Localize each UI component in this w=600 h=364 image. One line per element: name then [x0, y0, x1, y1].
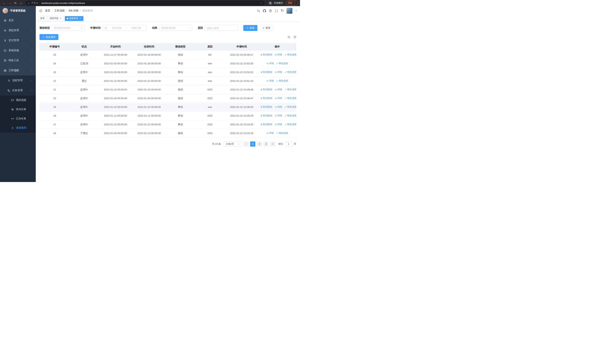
tab-process-detail[interactable]: 流程详情 × — [48, 16, 64, 21]
create-leave-button[interactable]: 发起请假 — [39, 34, 58, 40]
font-size-icon[interactable]: TT — [281, 9, 284, 12]
action-progress-link[interactable]: 审批进度 — [285, 88, 296, 91]
action-cancel-link[interactable]: 取消请假 — [260, 71, 272, 74]
sidebar-item-task-mgmt[interactable]: 任务管理 — [0, 85, 36, 95]
chevron-left-icon — [245, 143, 247, 145]
action-detail-link[interactable]: 详情 — [266, 79, 274, 83]
sidebar-item-process-mgmt[interactable]: 流程管理 — [0, 75, 36, 85]
sidebar-item-system-mgmt[interactable]: 系统管理 — [0, 25, 36, 35]
user-avatar[interactable] — [286, 8, 292, 14]
breadcrumb-item-home[interactable]: 首页 — [45, 9, 50, 12]
tab-home[interactable]: 首页 — [38, 16, 47, 21]
action-cancel-link[interactable]: 取消请假 — [260, 97, 272, 100]
browser-reload-icon[interactable]: ↻ — [13, 1, 18, 6]
apply-time-range-picker[interactable]: 开始日期 - 结束日期 — [103, 25, 147, 31]
action-detail-link[interactable]: 详情 — [275, 114, 282, 117]
cell-actions: 详情审批进度 — [258, 59, 296, 68]
page-button-2[interactable]: 2 — [257, 141, 262, 147]
action-progress-link[interactable]: 审批进度 — [285, 53, 296, 56]
address-bar[interactable]: ⚠ 不安全 dashboard.yudao.iocoder.cn/bpm/oa/… — [26, 1, 265, 5]
action-progress-link[interactable]: 审批进度 — [285, 105, 296, 109]
cell-actions: 详情审批进度 — [258, 129, 296, 138]
action-detail-link[interactable]: 详情 — [266, 62, 274, 65]
browser-home-icon[interactable]: ⌂ — [19, 1, 23, 6]
bookmark-star-icon[interactable]: ☆ — [260, 2, 262, 5]
sidebar-item-my-process[interactable]: 我的流程 — [0, 95, 36, 105]
browser-update-button[interactable]: 更新 ⋮ — [286, 1, 298, 5]
breadcrumb-item-oa-example[interactable]: OA 示例 — [69, 9, 78, 12]
sidebar-item-done-tasks[interactable]: 已办任务 — [0, 114, 36, 123]
cell-end-time: 2022-01-22 00:00:00 — [132, 103, 166, 111]
col-header-status: 状态 — [70, 43, 99, 50]
action-detail-link[interactable]: 详情 — [275, 88, 282, 91]
result-select[interactable]: 请选择流结果 — [159, 25, 192, 31]
plus-icon — [42, 36, 45, 38]
github-icon[interactable] — [263, 9, 266, 12]
fullscreen-icon[interactable] — [275, 9, 278, 12]
action-progress-link[interactable]: 审批进度 — [276, 79, 288, 83]
prev-page-button[interactable] — [244, 141, 249, 147]
tab-leave-query[interactable]: 请假查询 × — [65, 16, 83, 21]
sidebar-item-infrastructure[interactable]: 基础设施 — [0, 45, 36, 56]
help-icon[interactable] — [269, 9, 272, 12]
page-button-1[interactable]: 1 — [250, 141, 255, 147]
cell-reason: EEE — [195, 120, 225, 129]
toggle-search-icon[interactable] — [287, 36, 290, 38]
list-icon — [7, 79, 10, 82]
action-progress-link[interactable]: 审批进度 — [285, 71, 296, 74]
sidebar-toggle-icon[interactable] — [39, 9, 42, 13]
result-label: 结果 — [152, 26, 157, 30]
action-progress-link[interactable]: 审批进度 — [276, 131, 288, 135]
action-detail-link[interactable]: 详情 — [275, 53, 282, 56]
search-button[interactable]: 搜索 — [243, 25, 257, 31]
cell-apply-time: 2022-01-22 23:43:16 — [225, 129, 258, 138]
action-cancel-link[interactable]: 取消请假 — [260, 123, 272, 126]
cell-end-time: 2022-01-04 00:00:00 — [132, 94, 166, 103]
browser-back-icon[interactable]: ← — [2, 1, 7, 6]
action-detail-link[interactable]: 详情 — [266, 131, 274, 135]
breadcrumb-item-workflow[interactable]: 工作流程 — [54, 9, 65, 12]
action-progress-link[interactable]: 审批进度 — [285, 123, 296, 126]
sidebar-item-devtools[interactable]: 研发工具 — [0, 56, 36, 65]
kebab-menu-icon[interactable]: ⋮ — [294, 2, 296, 4]
action-progress-link[interactable]: 审批进度 — [285, 97, 296, 100]
page-button-3[interactable]: 3 — [263, 141, 269, 147]
action-detail-link[interactable]: 详情 — [275, 105, 282, 109]
cell-start-time: 2022-01-03 00:00:00 — [99, 68, 132, 76]
action-progress-link[interactable]: 审批进度 — [276, 62, 288, 65]
sidebar-item-workflow[interactable]: 工作流程 — [0, 65, 36, 75]
top-navbar: 首页 / 工作流程 / OA 示例 / 请假查询 TT — [36, 6, 300, 15]
cell-reason: eee — [195, 59, 225, 68]
search-icon[interactable] — [257, 9, 260, 12]
action-detail-link[interactable]: 详情 — [275, 123, 282, 126]
action-cancel-link[interactable]: 取消请假 — [260, 53, 272, 56]
refresh-icon[interactable] — [293, 36, 296, 38]
cell-actions: 取消请假详情审批进度 — [258, 120, 296, 129]
col-header-leave-type: 请假类型 — [166, 43, 195, 50]
reset-button[interactable]: 重置 — [259, 25, 273, 31]
browser-forward-icon[interactable]: → — [7, 1, 12, 6]
leave-type-select[interactable]: 请选择请假类型 — [52, 25, 85, 31]
action-cancel-link[interactable]: 取消请假 — [260, 114, 272, 117]
next-page-button[interactable] — [270, 141, 275, 147]
cell-apply-time: 2022-01-22 23:44:35 — [225, 120, 258, 129]
sidebar-item-leave-query[interactable]: 请假查询 — [0, 123, 36, 132]
sidebar-menu: 首页 系统管理 支付管理 基础设施 研发工具 — [0, 15, 36, 132]
close-icon[interactable]: × — [79, 17, 82, 20]
action-cancel-link[interactable]: 取消请假 — [260, 105, 272, 109]
sidebar-item-payment-mgmt[interactable]: 支付管理 — [0, 35, 36, 45]
cell-status: 处理中 — [70, 94, 99, 103]
goto-page-input[interactable] — [285, 141, 292, 147]
app-logo[interactable]: 芋道管理系统 — [0, 6, 36, 15]
action-progress-link[interactable]: 审批进度 — [285, 114, 296, 117]
caret-down-icon[interactable] — [295, 10, 297, 12]
action-detail-link[interactable]: 详情 — [275, 71, 282, 74]
close-icon[interactable]: × — [59, 17, 62, 20]
sidebar-item-todo-tasks[interactable]: 待办任务 — [0, 105, 36, 114]
action-detail-link[interactable]: 详情 — [275, 97, 282, 100]
page-size-select[interactable]: 10条/页 — [224, 141, 242, 147]
sidebar-item-home[interactable]: 首页 — [0, 15, 36, 25]
chevron-down-icon — [31, 39, 33, 41]
action-cancel-link[interactable]: 取消请假 — [260, 88, 272, 91]
reason-input[interactable] — [205, 25, 238, 31]
